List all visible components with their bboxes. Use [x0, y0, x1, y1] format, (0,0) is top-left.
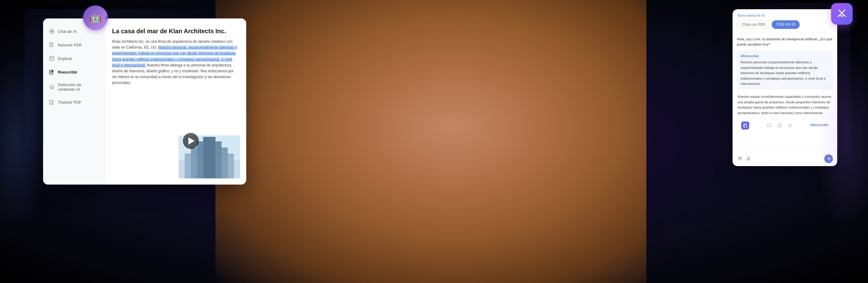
settings-icon[interactable]: [787, 122, 794, 129]
play-icon: [188, 137, 194, 145]
pdf-body-text: Khan Architects Inc. es una firma de arq…: [112, 39, 239, 86]
tab-chat-pdf[interactable]: Chat con PDF: [738, 20, 770, 29]
tab-chat-ia[interactable]: Chat con IA: [772, 20, 800, 29]
sidebar-item-translate[interactable]: A 文 Traducir PDF: [43, 95, 104, 109]
ai-detect-icon: AI: [49, 84, 55, 90]
pdf-panel: Chat de IA Resumir PDF: [43, 19, 246, 185]
send-button[interactable]: [824, 154, 833, 163]
sidebar-item-resume[interactable]: Resumir PDF: [43, 38, 104, 52]
message-text: Nuestro personal excepcionalmente talent…: [741, 60, 829, 87]
sidebar-label-ai-detect: Detección de contenido IA: [58, 83, 99, 92]
chat-footer: [733, 152, 837, 166]
svg-rect-28: [744, 125, 747, 128]
robot-face-icon: 🤖: [89, 12, 101, 24]
copy-button[interactable]: [741, 122, 749, 129]
sidebar-item-explain[interactable]: Explicar: [43, 52, 104, 65]
history-icon[interactable]: [776, 122, 783, 129]
sidebar-label: Barra lateral de IA: [738, 13, 832, 17]
robot-ear-right: [105, 15, 108, 20]
svg-point-31: [739, 157, 741, 159]
chat-ia-icon: [49, 28, 55, 34]
message-tag[interactable]: #Reescribir: [741, 54, 829, 59]
app-icon[interactable]: [831, 3, 852, 25]
sidebar-label-explain: Explicar: [58, 56, 72, 61]
sidebar-label-translate: Traducir PDF: [58, 100, 82, 104]
svg-point-1: [51, 30, 53, 32]
attach-icon[interactable]: [745, 156, 752, 162]
robot-ear-left: [83, 15, 86, 20]
translate-icon: A 文: [49, 99, 55, 105]
rewrite-icon: [49, 69, 55, 75]
robot-mascot: 🤖: [83, 5, 111, 33]
chat-user-message: #Reescribir Nuestro personal excepcional…: [737, 51, 833, 90]
sidebar-label-chat-ia: Chat de IA: [58, 29, 76, 34]
svg-text:文: 文: [52, 101, 54, 103]
chat-action-row: #Reescribir: [737, 119, 833, 132]
location-icon[interactable]: [737, 156, 743, 162]
pdf-title: La casa del mar de Klan Architects Inc.: [112, 27, 239, 35]
pdf-sidebar: Chat de IA Resumir PDF: [43, 19, 105, 185]
svg-point-30: [789, 125, 791, 126]
chat-ai-response: Nuestro equipo increíblemente capacitado…: [737, 93, 833, 116]
play-button[interactable]: [183, 133, 199, 149]
action-icons: [766, 122, 794, 129]
chat-panel: Barra lateral de IA Chat con PDF Chat co…: [733, 9, 837, 166]
response-text: Nuestro equipo increíblemente capacitado…: [738, 94, 832, 116]
rewrite-tag-bottom[interactable]: #Reescribir: [810, 123, 829, 127]
explain-icon: [49, 55, 55, 62]
chat-body: Hola, soy Lumi, tu asistente de intelige…: [733, 33, 837, 152]
chat-welcome-message: Hola, soy Lumi, tu asistente de intelige…: [737, 37, 833, 48]
chat-tabs: Chat con PDF Chat con IA: [738, 20, 832, 33]
sidebar-item-rewrite[interactable]: Reescribir: [43, 65, 104, 79]
sidebar-label-resume: Resumir PDF: [58, 43, 82, 48]
footer-input-icons: [737, 156, 752, 162]
svg-rect-23: [203, 137, 215, 179]
chat-header: Barra lateral de IA Chat con PDF Chat co…: [733, 9, 837, 33]
chat-icon[interactable]: [766, 122, 773, 129]
resume-icon: [49, 42, 55, 48]
robot-body: 🤖: [83, 5, 108, 30]
sidebar-label-rewrite: Reescribir: [58, 70, 78, 74]
app-icon-symbol: [836, 7, 847, 21]
svg-text:AI: AI: [51, 86, 53, 89]
pdf-content: La casa del mar de Klan Architects Inc. …: [105, 19, 246, 185]
sidebar-item-ai-detect[interactable]: AI Detección de contenido IA: [43, 79, 104, 95]
